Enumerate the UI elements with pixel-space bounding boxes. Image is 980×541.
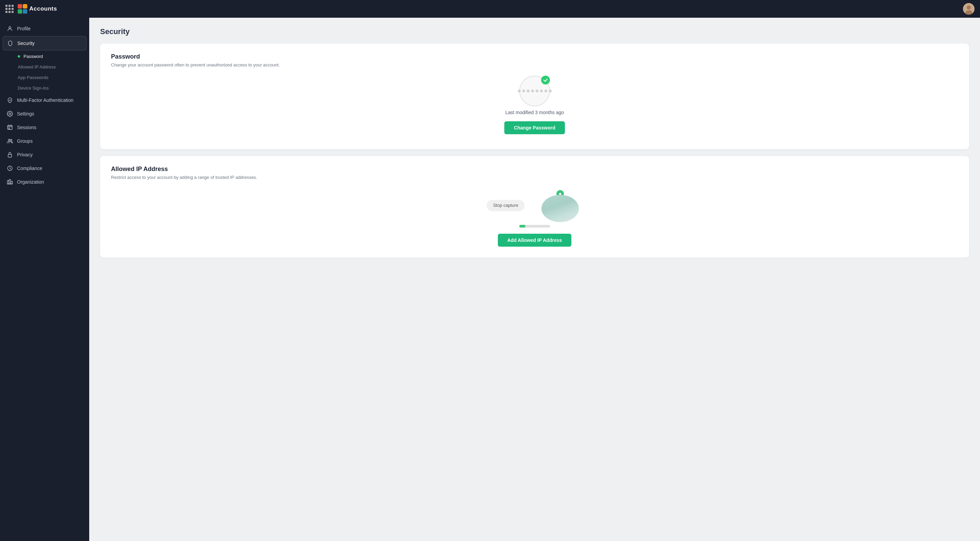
sidebar-sub-device-signins[interactable]: Device Sign-Ins xyxy=(0,83,89,93)
password-card-title: Password xyxy=(111,53,958,60)
main-content: Security Password Change your account pa… xyxy=(89,18,980,541)
svg-point-5 xyxy=(967,5,971,10)
app-passwords-sub-label: App Passwords xyxy=(18,75,48,80)
sidebar-item-compliance[interactable]: Compliance xyxy=(0,161,89,175)
password-circle xyxy=(519,76,550,106)
password-visual: Last modified 3 months ago Change Passwo… xyxy=(111,76,958,134)
svg-rect-21 xyxy=(11,182,13,184)
svg-rect-1 xyxy=(23,4,27,8)
password-sub-label: Password xyxy=(24,54,43,59)
compliance-label: Compliance xyxy=(17,166,42,171)
org-icon xyxy=(7,179,13,185)
zoho-logo-svg xyxy=(17,3,28,14)
password-dots xyxy=(518,89,552,93)
sidebar: Profile Security Password Allowed IP Add… xyxy=(0,18,89,541)
sidebar-item-security[interactable]: Security xyxy=(3,36,86,50)
shield-check-icon xyxy=(7,97,13,103)
svg-rect-3 xyxy=(23,9,27,14)
svg-rect-17 xyxy=(8,154,12,157)
svg-point-7 xyxy=(9,27,11,29)
org-label: Organization xyxy=(17,179,44,185)
change-password-button[interactable]: Change Password xyxy=(504,121,565,134)
svg-point-16 xyxy=(11,139,12,141)
ip-visual: Stop capture Add Allowed IP Address xyxy=(111,188,958,248)
sidebar-sub-allowed-ip[interactable]: Allowed IP Address xyxy=(0,62,89,72)
sessions-icon xyxy=(7,124,13,131)
sessions-label: Sessions xyxy=(17,125,37,130)
stop-capture-button[interactable]: Stop capture xyxy=(487,200,524,211)
ip-progress-bar-fill xyxy=(519,225,525,228)
sidebar-item-privacy[interactable]: Privacy xyxy=(0,148,89,161)
sidebar-item-mfa[interactable]: Multi-Factor Authentication xyxy=(0,93,89,107)
sidebar-item-organization[interactable]: Organization xyxy=(0,175,89,189)
ip-progress-bar-container xyxy=(519,225,550,228)
ip-address-card: Allowed IP Address Restrict access to yo… xyxy=(100,156,969,257)
user-avatar[interactable] xyxy=(963,3,975,14)
add-allowed-ip-button[interactable]: Add Allowed IP Address xyxy=(498,234,572,247)
sidebar-item-groups[interactable]: Groups xyxy=(0,134,89,148)
profile-label: Profile xyxy=(17,26,31,31)
ip-card-title: Allowed IP Address xyxy=(111,166,958,173)
ip-map-illustration xyxy=(538,188,582,222)
settings-label: Settings xyxy=(17,111,34,116)
topbar: Accounts xyxy=(0,0,980,18)
app-name: Accounts xyxy=(29,5,57,12)
svg-rect-2 xyxy=(18,9,22,14)
compliance-icon xyxy=(7,165,13,171)
allowed-ip-sub-label: Allowed IP Address xyxy=(18,64,56,70)
lock-icon xyxy=(7,152,13,158)
privacy-label: Privacy xyxy=(17,152,33,157)
zoho-logo: Accounts xyxy=(17,3,57,14)
sidebar-item-sessions[interactable]: Sessions xyxy=(0,121,89,134)
ip-map-circle xyxy=(541,195,579,222)
device-signins-sub-label: Device Sign-Ins xyxy=(18,86,49,91)
ip-card-desc: Restrict access to your account by addin… xyxy=(111,175,958,180)
sidebar-sub-app-passwords[interactable]: App Passwords xyxy=(0,72,89,83)
svg-rect-19 xyxy=(8,180,9,184)
password-card: Password Change your account password of… xyxy=(100,44,969,149)
security-label: Security xyxy=(18,40,35,46)
sidebar-item-settings[interactable]: Settings xyxy=(0,107,89,121)
svg-point-8 xyxy=(9,113,11,115)
svg-rect-0 xyxy=(18,4,22,8)
groups-icon xyxy=(7,138,13,144)
shield-icon xyxy=(7,40,13,46)
settings-icon xyxy=(7,111,13,117)
active-dot xyxy=(18,55,20,57)
topbar-left: Accounts xyxy=(5,3,57,14)
password-card-desc: Change your account password often to pr… xyxy=(111,62,958,67)
svg-rect-9 xyxy=(8,125,12,129)
page-title: Security xyxy=(100,27,969,36)
mfa-label: Multi-Factor Authentication xyxy=(17,97,73,103)
sidebar-item-profile[interactable]: Profile xyxy=(0,22,89,35)
svg-point-15 xyxy=(8,139,10,141)
sidebar-sub-password[interactable]: Password xyxy=(0,51,89,62)
last-modified-text: Last modified 3 months ago xyxy=(505,110,564,115)
avatar-image xyxy=(963,3,975,14)
groups-label: Groups xyxy=(17,138,33,144)
user-icon xyxy=(7,26,13,32)
grid-menu-icon[interactable] xyxy=(5,5,14,13)
password-check-badge xyxy=(541,76,550,85)
svg-rect-20 xyxy=(9,180,11,184)
